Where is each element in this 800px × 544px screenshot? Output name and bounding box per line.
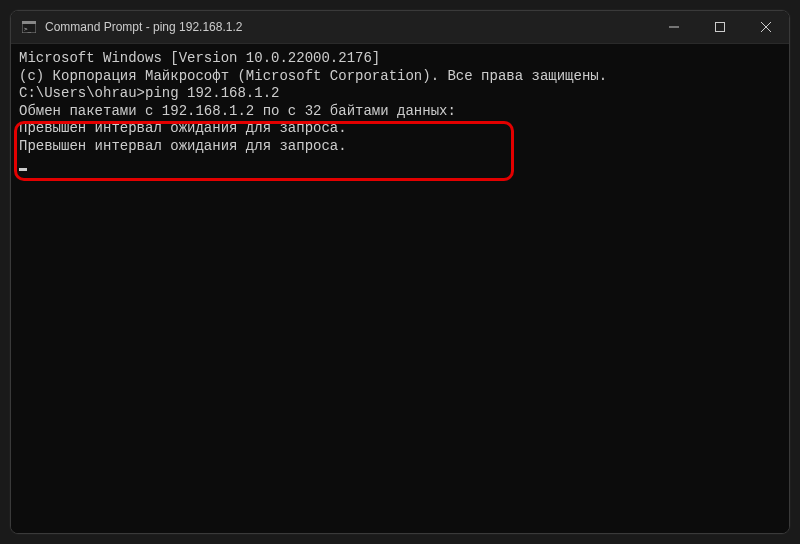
version-line: Microsoft Windows [Version 10.0.22000.21…	[19, 50, 781, 68]
window-title: Command Prompt - ping 192.168.1.2	[45, 20, 242, 34]
titlebar[interactable]: >_ Command Prompt - ping 192.168.1.2	[11, 11, 789, 43]
command-prompt-window: >_ Command Prompt - ping 192.168.1.2 Mic…	[10, 10, 790, 534]
maximize-button[interactable]	[697, 11, 743, 43]
text-cursor	[19, 168, 27, 171]
prompt-line: C:\Users\ohrau>ping 192.168.1.2	[19, 85, 781, 103]
close-button[interactable]	[743, 11, 789, 43]
ping-header-line: Обмен пакетами с 192.168.1.2 по с 32 бай…	[19, 103, 781, 121]
terminal-area[interactable]: Microsoft Windows [Version 10.0.22000.21…	[11, 43, 789, 533]
ping-timeout-line: Превышен интервал ожидания для запроса.	[19, 138, 781, 156]
svg-rect-4	[716, 23, 725, 32]
ping-timeout-line: Превышен интервал ожидания для запроса.	[19, 120, 781, 138]
copyright-line: (c) Корпорация Майкрософт (Microsoft Cor…	[19, 68, 781, 86]
app-icon: >_	[21, 19, 37, 35]
window-controls	[651, 11, 789, 43]
minimize-button[interactable]	[651, 11, 697, 43]
cursor-line	[19, 155, 781, 173]
svg-text:>_: >_	[24, 25, 32, 33]
